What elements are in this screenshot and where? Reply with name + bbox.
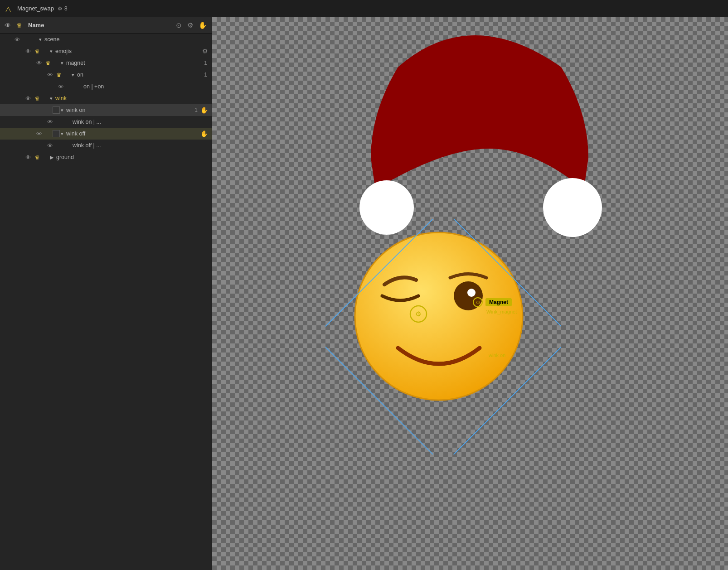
row-label-wink-on: wink on: [65, 107, 194, 113]
row-label-wink-on-leaf: wink on | ...: [72, 119, 210, 125]
gear-icon-emojis[interactable]: ⚙: [202, 48, 208, 55]
arrow-on: ▾: [72, 72, 74, 78]
arrow-wink-off: ▾: [61, 131, 63, 137]
crown-icon-on: ♛: [54, 72, 63, 78]
panel-target-icon[interactable]: ⊙: [176, 21, 182, 29]
hand-icon-wink-on[interactable]: ✋: [200, 106, 208, 114]
crown-icon-emojis: ♛: [33, 48, 42, 55]
arrow-ground: ▶: [50, 155, 53, 160]
tree-row-on-leaf[interactable]: 👁 on | +on: [0, 81, 212, 92]
gear-icon: ⚙: [58, 5, 63, 12]
wink-magnet-label: Wink_magnet: [486, 309, 517, 314]
number-wink-on: 1: [194, 107, 198, 113]
arrow-wink-on: ▾: [61, 107, 63, 113]
tree-row-scene[interactable]: 👁 ▾ scene: [0, 34, 212, 45]
magnet-label: Magnet: [485, 298, 512, 306]
row-label-on: on: [76, 72, 204, 78]
canvas-area[interactable]: ⚙ ⊙ Magnet Wink_magnet wink on: [212, 17, 728, 570]
arrow-scene: ▾: [39, 37, 42, 43]
eye-icon-on[interactable]: 👁: [45, 72, 54, 78]
gear-count: 8: [64, 5, 68, 12]
project-name: Magnet_swap: [17, 5, 54, 12]
panel-name-label: Name: [28, 22, 172, 29]
crown-icon-ground: ♛: [33, 154, 42, 161]
svg-point-1: [543, 178, 602, 237]
row-label-ground: ground: [55, 154, 210, 160]
target-circle-icon: ⊙: [476, 299, 480, 305]
arrow-wink: ▾: [50, 96, 53, 101]
canvas-content: ⚙ ⊙ Magnet Wink_magnet wink on: [212, 17, 728, 570]
crown-icon-magnet: ♛: [44, 60, 53, 67]
eye-icon-on-leaf[interactable]: 👁: [56, 83, 65, 90]
arrow-magnet: ▾: [61, 60, 63, 66]
tree-row-wink[interactable]: 👁 ♛ ▾ wink: [0, 92, 212, 104]
tree-row-wink-off[interactable]: 👁 ▾ wink off ✋: [0, 128, 212, 140]
magnet-label-group: ⊙ Magnet: [473, 297, 512, 307]
tree-row-ground[interactable]: 👁 ♛ ▶ ground: [0, 151, 212, 163]
tree-row-wink-off-leaf[interactable]: 👁 wink off | ...: [0, 140, 212, 151]
svg-point-4: [467, 289, 476, 297]
row-label-emojis: emojis: [54, 48, 202, 54]
wink-emoji-svg: ⚙: [348, 226, 529, 407]
main-layout: 👁 ♛ Name ⊙ ⚙ ✋ 👁 ▾ scene 👁 ♛ ▾ emojis ⚙: [0, 17, 728, 570]
crown-icon-wink: ♛: [33, 95, 42, 102]
row-label-wink: wink: [54, 95, 210, 101]
arrow-emojis: ▾: [50, 48, 53, 54]
svg-text:⚙: ⚙: [415, 310, 421, 318]
checkbox-wink-off[interactable]: [53, 130, 60, 137]
row-label-magnet: magnet: [65, 60, 204, 66]
checkbox-wink-on[interactable]: [53, 106, 60, 114]
project-icon: △: [5, 5, 14, 13]
eye-icon-magnet[interactable]: 👁: [34, 60, 44, 67]
tree-row-magnet[interactable]: 👁 ♛ ▾ magnet 1: [0, 57, 212, 69]
eye-icon-emojis[interactable]: 👁: [24, 48, 33, 55]
eye-icon-wink-off-leaf[interactable]: 👁: [45, 142, 54, 149]
tree-row-wink-on-leaf[interactable]: 👁 wink on | ...: [0, 116, 212, 128]
top-bar: △ Magnet_swap ⚙ 8: [0, 0, 728, 17]
number-magnet: 1: [204, 60, 207, 66]
eye-icon-wink-on-leaf[interactable]: 👁: [45, 119, 54, 126]
tree-row-wink-on[interactable]: ▾ wink on 1 ✋: [0, 104, 212, 116]
tree-row-emojis[interactable]: 👁 ♛ ▾ emojis ⚙: [0, 45, 212, 57]
tree-row-on[interactable]: 👁 ♛ ▾ on 1: [0, 69, 212, 81]
gear-count-group: ⚙ 8: [58, 5, 68, 12]
header-crown-icon: ♛: [16, 22, 24, 29]
wink-on-canvas-label: wink on: [489, 353, 505, 358]
hand-icon-wink-off[interactable]: ✋: [200, 130, 208, 137]
sidebar: 👁 ♛ Name ⊙ ⚙ ✋ 👁 ▾ scene 👁 ♛ ▾ emojis ⚙: [0, 17, 212, 570]
panel-header-icons: ⊙ ⚙ ✋: [176, 21, 207, 29]
eye-icon-scene[interactable]: 👁: [13, 36, 22, 43]
panel-header: 👁 ♛ Name ⊙ ⚙ ✋: [0, 17, 212, 34]
eye-icon-wink[interactable]: 👁: [24, 95, 33, 102]
row-label-on-leaf: on | +on: [83, 83, 210, 90]
svg-point-2: [355, 232, 523, 400]
panel-gear-icon[interactable]: ⚙: [187, 21, 193, 29]
eye-icon-wink-off[interactable]: 👁: [34, 130, 44, 137]
number-on: 1: [204, 72, 207, 78]
panel-hand-icon[interactable]: ✋: [199, 21, 207, 29]
header-eye-icon: 👁: [5, 22, 13, 29]
eye-icon-ground[interactable]: 👁: [24, 154, 33, 161]
row-label-scene: scene: [44, 36, 210, 43]
magnet-target-circle: ⊙: [473, 297, 483, 307]
row-label-wink-off: wink off: [65, 130, 200, 137]
row-label-wink-off-leaf: wink off | ...: [72, 142, 210, 149]
